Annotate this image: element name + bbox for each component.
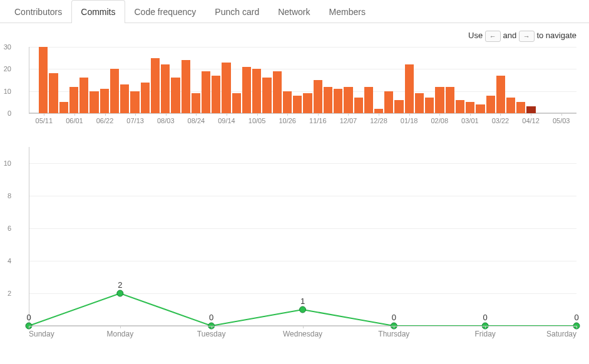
x-tick: Monday [106, 330, 133, 338]
bar[interactable] [273, 71, 282, 113]
arrow-right-icon: → [519, 31, 535, 42]
bar[interactable] [425, 98, 434, 113]
tabs-bar: Contributors Commits Code frequency Punc… [0, 0, 589, 23]
bar[interactable] [303, 93, 312, 113]
y-tick: 2 [8, 290, 11, 297]
bar[interactable] [39, 47, 48, 113]
bar[interactable] [456, 100, 464, 113]
x-tick: 03/01 [461, 117, 479, 124]
bar[interactable] [496, 76, 505, 113]
bar[interactable] [161, 64, 170, 113]
bar[interactable] [476, 104, 484, 113]
bar[interactable] [120, 84, 129, 113]
x-tick: 10/26 [279, 117, 296, 124]
y-tick: 20 [4, 65, 11, 73]
tab-members[interactable]: Members [320, 0, 375, 23]
y-tick: 0 [8, 109, 11, 117]
bar[interactable] [192, 93, 200, 113]
y-tick: 30 [4, 43, 11, 51]
x-tick: 09/14 [218, 117, 235, 124]
bar[interactable] [466, 102, 474, 113]
tab-punch-card[interactable]: Punch card [205, 0, 269, 23]
x-tick: 07/13 [126, 117, 144, 124]
data-label: 2 [118, 280, 122, 290]
bar[interactable] [151, 58, 160, 113]
bar[interactable] [202, 71, 210, 113]
bar[interactable] [526, 106, 535, 113]
tab-code-frequency[interactable]: Code frequency [125, 0, 206, 23]
data-label: 0 [209, 313, 213, 322]
y-tick: 8 [8, 192, 11, 200]
x-tick: 05/11 [36, 117, 53, 124]
x-tick: 06/01 [66, 117, 83, 124]
nav-hint-use: Use [468, 31, 483, 40]
nav-hint-and: and [503, 31, 516, 40]
bar[interactable] [110, 69, 119, 113]
tab-commits[interactable]: Commits [71, 0, 125, 23]
bar[interactable] [171, 78, 180, 113]
bar[interactable] [293, 96, 302, 113]
bar[interactable] [384, 91, 393, 113]
data-label: 1 [300, 296, 305, 306]
x-tick: 12/28 [370, 117, 387, 124]
bar[interactable] [49, 73, 58, 113]
bar[interactable] [59, 102, 68, 113]
data-label: 0 [26, 313, 31, 322]
bar[interactable] [283, 91, 292, 113]
y-tick: 4 [8, 257, 11, 265]
tab-network[interactable]: Network [269, 0, 319, 23]
bar[interactable] [354, 98, 363, 113]
bar[interactable] [90, 91, 98, 113]
commits-line-chart[interactable]: 0201000 246810 SundayMondayTuesdayWednes… [29, 147, 576, 341]
data-label: 0 [574, 313, 578, 322]
bar[interactable] [516, 102, 525, 113]
x-tick: 06/22 [96, 117, 114, 124]
nav-hint: Use ← and → to navigate [0, 23, 589, 47]
bar[interactable] [334, 89, 342, 113]
data-label: 0 [392, 313, 396, 322]
bar[interactable] [364, 87, 373, 113]
commits-bar-chart[interactable]: 0102030 05/1106/0106/2207/1308/0308/2409… [29, 47, 576, 128]
x-tick: 03/22 [492, 117, 510, 124]
bar[interactable] [435, 87, 444, 113]
x-tick: Tuesday [197, 330, 226, 338]
bar[interactable] [324, 87, 332, 113]
bar[interactable] [486, 96, 495, 113]
bar[interactable] [130, 91, 139, 113]
bar[interactable] [446, 87, 454, 113]
x-tick: 08/24 [188, 117, 205, 124]
bar[interactable] [262, 78, 271, 113]
y-tick: 10 [4, 159, 11, 167]
x-tick: Thursday [378, 330, 409, 338]
x-tick: Friday [474, 330, 495, 338]
bar[interactable] [232, 93, 241, 113]
bar[interactable] [212, 76, 220, 113]
x-tick: 12/07 [340, 117, 357, 124]
x-tick: 11/16 [309, 117, 327, 124]
bar[interactable] [374, 109, 383, 113]
x-tick: 04/12 [522, 117, 540, 124]
bar[interactable] [314, 80, 322, 113]
bar[interactable] [405, 64, 414, 113]
tab-contributors[interactable]: Contributors [5, 0, 71, 23]
bar[interactable] [100, 89, 109, 113]
bar[interactable] [222, 63, 230, 113]
x-tick: 02/08 [431, 117, 448, 124]
arrow-left-icon: ← [485, 31, 501, 42]
bar[interactable] [141, 83, 150, 113]
bar[interactable] [506, 98, 515, 113]
bar[interactable] [182, 60, 190, 113]
x-tick: 08/03 [157, 117, 175, 124]
bar[interactable] [252, 69, 261, 113]
y-tick: 10 [4, 88, 11, 95]
bar[interactable] [79, 78, 88, 113]
bar[interactable] [394, 100, 403, 113]
x-tick: 10/05 [248, 117, 266, 124]
x-tick: Wednesday [283, 330, 322, 338]
x-tick: 01/18 [401, 117, 418, 124]
bar[interactable] [415, 93, 424, 113]
bar[interactable] [69, 87, 78, 113]
bar[interactable] [242, 67, 251, 113]
bar[interactable] [344, 87, 352, 113]
y-tick: 6 [8, 225, 11, 232]
